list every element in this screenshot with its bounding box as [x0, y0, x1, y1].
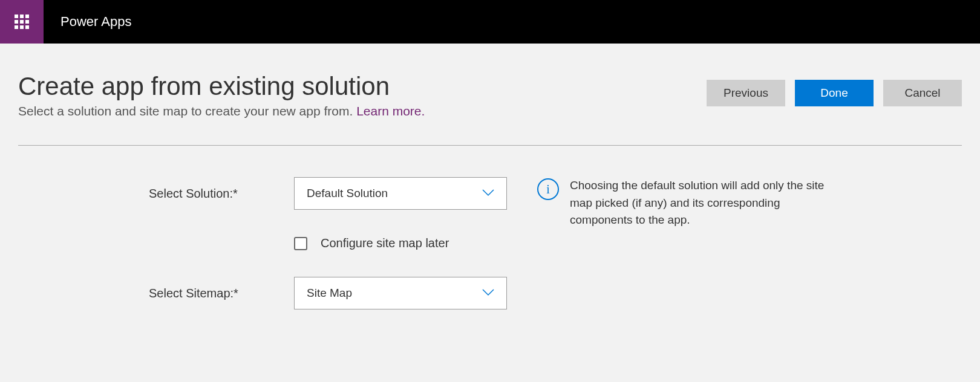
- solution-label: Select Solution:*: [149, 187, 252, 201]
- page-title: Create app from existing solution: [18, 73, 707, 100]
- solution-select[interactable]: Default Solution: [294, 177, 507, 210]
- configure-later-label: Configure site map later: [321, 236, 449, 250]
- title-row: Create app from existing solution Select…: [18, 73, 962, 118]
- solution-field-row: Select Solution:* Default Solution: [149, 177, 507, 210]
- main-content: Create app from existing solution Select…: [0, 44, 980, 309]
- app-launcher-button[interactable]: [0, 0, 44, 44]
- waffle-icon: [15, 15, 29, 29]
- sitemap-field-row: Select Sitemap:* Site Map: [149, 277, 507, 309]
- divider: [18, 145, 962, 146]
- title-block: Create app from existing solution Select…: [18, 73, 707, 118]
- configure-later-checkbox[interactable]: [294, 237, 307, 250]
- subtitle-text: Select a solution and site map to create…: [18, 104, 356, 118]
- page-subtitle: Select a solution and site map to create…: [18, 104, 707, 118]
- info-icon: i: [537, 178, 559, 200]
- app-title: Power Apps: [60, 14, 131, 30]
- solution-select-value: Default Solution: [307, 187, 388, 200]
- info-block: i Choosing the default solution will add…: [537, 177, 840, 229]
- sitemap-select-value: Site Map: [307, 286, 352, 300]
- form-area: Select Solution:* Default Solution Confi…: [18, 177, 962, 309]
- app-header: Power Apps: [0, 0, 980, 44]
- info-text: Choosing the default solution will add o…: [570, 177, 840, 229]
- previous-button[interactable]: Previous: [707, 80, 785, 106]
- action-buttons: Previous Done Cancel: [707, 80, 962, 106]
- cancel-button[interactable]: Cancel: [883, 80, 962, 106]
- sitemap-label: Select Sitemap:*: [149, 286, 252, 300]
- configure-later-row: Configure site map later: [294, 236, 507, 250]
- sitemap-select[interactable]: Site Map: [294, 277, 507, 309]
- learn-more-link[interactable]: Learn more.: [356, 104, 425, 118]
- done-button[interactable]: Done: [795, 80, 874, 106]
- form-fields: Select Solution:* Default Solution Confi…: [149, 177, 507, 309]
- chevron-down-icon: [482, 188, 494, 199]
- chevron-down-icon: [482, 288, 494, 299]
